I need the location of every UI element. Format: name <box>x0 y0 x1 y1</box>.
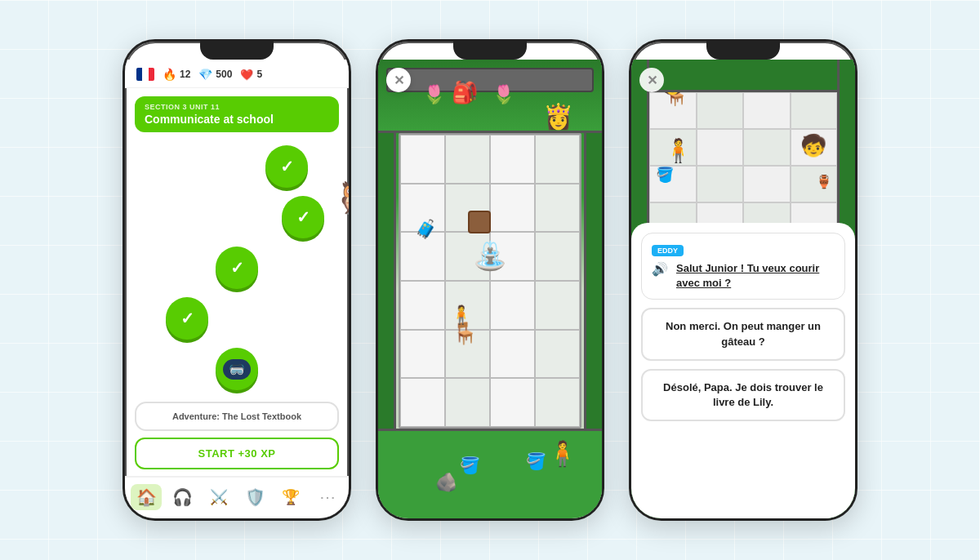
headphones-icon: 🎧 <box>172 487 193 507</box>
phone-1-screen: 🔥 12 💎 500 ❤️ 5 SECTION 3 UNIT 11 Commun… <box>125 60 349 518</box>
eddy-speech-text: Salut Junior ! Tu veux courir avec moi ? <box>676 261 835 291</box>
phone1-nav: 🏠 🎧 ⚔️ 🛡️ 🏆 ⋯ <box>125 476 349 518</box>
answer-option-2[interactable]: Désolé, Papa. Je dois trouver le livre d… <box>641 369 845 421</box>
bucket-orange: 🪣 <box>460 456 480 475</box>
answer-option-1[interactable]: Non merci. On peut manger un gâteau ? <box>641 308 845 360</box>
eddy-label: EDDY <box>652 245 684 256</box>
phone-2: ✕ 🌷 🎒 🌷 👸 <box>376 39 604 521</box>
nav-more[interactable]: ⋯ <box>312 484 343 510</box>
fountain: ⛲ <box>473 239 507 272</box>
node-row-3: ✓ <box>125 247 349 289</box>
lesson-node-3[interactable]: ✓ <box>216 247 258 289</box>
flag-french <box>136 68 154 81</box>
speaker-icon[interactable]: 🔊 <box>652 261 668 277</box>
bucket-yellow: 🪣 <box>526 451 546 471</box>
lesson-node-1[interactable]: ✓ <box>265 145 308 188</box>
lesson-node-4[interactable]: ✓ <box>166 297 208 340</box>
more-icon: ⋯ <box>319 487 336 507</box>
stat-lives: ❤️ 5 <box>240 69 262 81</box>
nav-battles[interactable]: ⚔️ <box>203 484 234 510</box>
checker-grid <box>399 133 581 429</box>
checker-3 <box>649 92 837 239</box>
char-red-bottom: 🧍 <box>547 439 577 468</box>
check-icon-1: ✓ <box>280 157 294 176</box>
goggle-icon: 🥽 <box>223 359 251 380</box>
phone-notch-1 <box>200 42 274 60</box>
section-label: SECTION 3 UNIT 11 <box>145 103 329 111</box>
close-button-2[interactable]: ✕ <box>386 68 411 92</box>
check-icon-mascot: ✓ <box>296 207 310 227</box>
check-icon-3: ✓ <box>230 258 244 278</box>
blue-machine: 🧳 <box>415 219 437 240</box>
home-icon: 🏠 <box>136 487 157 507</box>
rock: 🪨 <box>435 472 457 493</box>
top-fence-3 <box>649 60 837 92</box>
phone-notch-3 <box>706 42 780 60</box>
blue-backpack: 🎒 <box>452 80 478 105</box>
nav-trophy[interactable]: 🏆 <box>275 484 306 510</box>
nav-headphones[interactable]: 🎧 <box>167 484 198 510</box>
mascot-node-container: ✓ 🦉 <box>282 196 324 238</box>
section-banner: SECTION 3 UNIT 11 Communicate at school <box>135 96 339 132</box>
stat-streak: 🔥 12 <box>163 68 190 81</box>
node-mascot-row: ✓ 🦉 <box>125 196 349 238</box>
adventure-label: Adventure: The Lost Textbook <box>148 411 326 421</box>
fire-icon: 🔥 <box>163 68 176 81</box>
adventure-box: Adventure: The Lost Textbook <box>135 402 339 431</box>
phone-notch-2 <box>453 42 527 60</box>
node-row-5: 🥽 <box>125 348 349 390</box>
game-top-3: ✕ 🪑 🧑 🧍 🧒 🪣 🏺 <box>631 60 855 239</box>
shield-icon: 🛡️ <box>245 487 265 507</box>
eddy-text-row: 🔊 Salut Junior ! Tu veux courir avec moi… <box>652 261 835 291</box>
char-red-3: 🧍 <box>664 137 693 164</box>
phone-1: 🔥 12 💎 500 ❤️ 5 SECTION 3 UNIT 11 Commun… <box>122 39 351 521</box>
gem-icon: 💎 <box>198 68 212 81</box>
bucket-3: 🪣 <box>656 166 674 184</box>
battles-icon: ⚔️ <box>210 488 228 506</box>
lesson-node-locked[interactable]: 🥽 <box>216 348 258 390</box>
section-title: Communicate at school <box>145 113 329 126</box>
char-junior-3: 🧒 <box>800 133 826 158</box>
dialog-area: EDDY 🔊 Salut Junior ! Tu veux courir ave… <box>631 223 855 518</box>
lesson-node-mascot[interactable]: ✓ <box>282 196 324 238</box>
close-button-3[interactable]: ✕ <box>639 68 664 92</box>
check-icon-4: ✓ <box>180 309 194 328</box>
nav-home[interactable]: 🏠 <box>131 484 162 510</box>
crate <box>468 211 491 233</box>
phone-3-screen: ✕ 🪑 🧑 🧍 🧒 🪣 🏺 <box>631 60 855 518</box>
bottom-area: 🧍 🪣 🪨 🪣 <box>378 429 602 518</box>
phone-2-screen: ✕ 🌷 🎒 🌷 👸 <box>378 60 602 518</box>
stat-gems: 💎 500 <box>198 68 232 81</box>
phone1-topbar: 🔥 12 💎 500 ❤️ 5 <box>125 60 349 88</box>
char-pink-top: 👸 <box>543 102 573 131</box>
heart-icon: ❤️ <box>240 69 253 81</box>
trophy-icon: 🏆 <box>282 488 300 506</box>
node-row-4: ✓ <box>125 297 349 340</box>
shovel-3: 🏺 <box>816 174 832 189</box>
hedge-right-3 <box>837 60 855 239</box>
start-button[interactable]: START +30 XP <box>135 438 339 469</box>
flower-pot-right: 🌷 <box>492 84 514 105</box>
eddy-bubble: EDDY 🔊 Salut Junior ! Tu veux courir ave… <box>641 233 845 300</box>
game-board: 🌷 🎒 🌷 👸 ⛲ 🧳 🪑 🧍 <box>378 60 602 518</box>
lesson-path: ✓ ✓ 🦉 ✓ <box>125 132 349 402</box>
nav-shield[interactable]: 🛡️ <box>239 484 270 510</box>
phone-3: ✕ 🪑 🧑 🧍 🧒 🪣 🏺 <box>629 39 858 521</box>
mascot-owl: 🦉 <box>335 180 349 216</box>
node-row-1: ✓ <box>125 145 349 188</box>
purple-hair-char: 🧍 <box>450 304 472 326</box>
flower-pot-left: 🌷 <box>423 84 445 105</box>
fence-top <box>386 68 594 92</box>
